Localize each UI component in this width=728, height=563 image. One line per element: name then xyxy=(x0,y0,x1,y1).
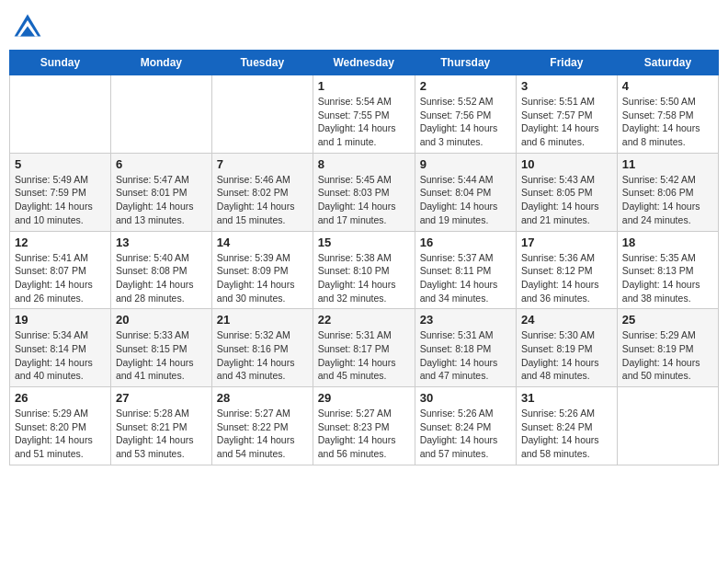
day-of-week-header: Friday xyxy=(516,51,617,75)
calendar-cell: 9Sunrise: 5:44 AM Sunset: 8:04 PM Daylig… xyxy=(415,153,516,231)
day-of-week-header: Monday xyxy=(110,51,211,75)
day-info: Sunrise: 5:50 AM Sunset: 7:58 PM Dayligh… xyxy=(622,95,713,149)
day-number: 5 xyxy=(15,157,106,171)
calendar-cell: 5Sunrise: 5:49 AM Sunset: 7:59 PM Daylig… xyxy=(10,153,111,231)
day-info: Sunrise: 5:38 AM Sunset: 8:10 PM Dayligh… xyxy=(318,251,410,305)
day-of-week-header: Thursday xyxy=(415,51,516,75)
day-number: 26 xyxy=(15,391,106,405)
day-info: Sunrise: 5:54 AM Sunset: 7:55 PM Dayligh… xyxy=(318,95,410,149)
day-info: Sunrise: 5:52 AM Sunset: 7:56 PM Dayligh… xyxy=(420,95,511,149)
day-info: Sunrise: 5:27 AM Sunset: 8:23 PM Dayligh… xyxy=(318,407,410,461)
calendar-cell: 26Sunrise: 5:29 AM Sunset: 8:20 PM Dayli… xyxy=(10,387,111,465)
calendar-cell xyxy=(617,387,718,465)
day-info: Sunrise: 5:44 AM Sunset: 8:04 PM Dayligh… xyxy=(420,173,511,227)
logo xyxy=(13,13,46,42)
day-number: 3 xyxy=(521,79,612,93)
calendar-table: SundayMondayTuesdayWednesdayThursdayFrid… xyxy=(9,50,719,465)
calendar-cell: 4Sunrise: 5:50 AM Sunset: 7:58 PM Daylig… xyxy=(617,75,718,154)
calendar-cell: 29Sunrise: 5:27 AM Sunset: 8:23 PM Dayli… xyxy=(313,387,415,465)
calendar-cell: 14Sunrise: 5:39 AM Sunset: 8:09 PM Dayli… xyxy=(211,231,313,309)
calendar-cell: 15Sunrise: 5:38 AM Sunset: 8:10 PM Dayli… xyxy=(313,231,415,309)
calendar-cell: 23Sunrise: 5:31 AM Sunset: 8:18 PM Dayli… xyxy=(415,309,516,387)
calendar-cell: 11Sunrise: 5:42 AM Sunset: 8:06 PM Dayli… xyxy=(617,153,718,231)
day-info: Sunrise: 5:33 AM Sunset: 8:15 PM Dayligh… xyxy=(116,328,207,383)
day-info: Sunrise: 5:43 AM Sunset: 8:05 PM Dayligh… xyxy=(521,173,612,227)
calendar-week-row: 26Sunrise: 5:29 AM Sunset: 8:20 PM Dayli… xyxy=(10,387,719,465)
day-number: 28 xyxy=(217,391,308,405)
day-info: Sunrise: 5:32 AM Sunset: 8:16 PM Dayligh… xyxy=(217,328,308,383)
day-of-week-header: Sunday xyxy=(10,51,111,75)
calendar-cell: 18Sunrise: 5:35 AM Sunset: 8:13 PM Dayli… xyxy=(617,231,718,309)
day-number: 14 xyxy=(217,236,308,249)
day-number: 23 xyxy=(420,313,511,327)
calendar-body: 1Sunrise: 5:54 AM Sunset: 7:55 PM Daylig… xyxy=(10,75,719,465)
day-number: 10 xyxy=(521,157,612,171)
calendar-cell: 17Sunrise: 5:36 AM Sunset: 8:12 PM Dayli… xyxy=(516,231,617,309)
day-number: 27 xyxy=(116,391,207,405)
day-number: 6 xyxy=(116,157,207,171)
calendar-cell: 7Sunrise: 5:46 AM Sunset: 8:02 PM Daylig… xyxy=(211,153,313,231)
calendar-cell: 19Sunrise: 5:34 AM Sunset: 8:14 PM Dayli… xyxy=(10,309,111,387)
day-number: 30 xyxy=(420,391,511,405)
day-info: Sunrise: 5:46 AM Sunset: 8:02 PM Dayligh… xyxy=(217,173,308,227)
day-number: 16 xyxy=(420,236,511,249)
calendar-cell: 25Sunrise: 5:29 AM Sunset: 8:19 PM Dayli… xyxy=(617,309,718,387)
day-number: 20 xyxy=(116,313,207,327)
day-info: Sunrise: 5:31 AM Sunset: 8:18 PM Dayligh… xyxy=(420,328,511,383)
calendar-cell: 6Sunrise: 5:47 AM Sunset: 8:01 PM Daylig… xyxy=(110,153,211,231)
day-info: Sunrise: 5:36 AM Sunset: 8:12 PM Dayligh… xyxy=(521,251,612,305)
day-info: Sunrise: 5:45 AM Sunset: 8:03 PM Dayligh… xyxy=(318,173,410,227)
day-info: Sunrise: 5:51 AM Sunset: 7:57 PM Dayligh… xyxy=(521,95,612,149)
day-of-week-header: Tuesday xyxy=(211,51,313,75)
day-number: 18 xyxy=(622,236,713,249)
day-info: Sunrise: 5:29 AM Sunset: 8:19 PM Dayligh… xyxy=(622,328,713,383)
calendar-week-row: 19Sunrise: 5:34 AM Sunset: 8:14 PM Dayli… xyxy=(10,309,719,387)
day-number: 19 xyxy=(15,313,106,327)
calendar-cell: 13Sunrise: 5:40 AM Sunset: 8:08 PM Dayli… xyxy=(110,231,211,309)
day-info: Sunrise: 5:42 AM Sunset: 8:06 PM Dayligh… xyxy=(622,173,713,227)
logo-icon xyxy=(13,13,42,42)
day-info: Sunrise: 5:34 AM Sunset: 8:14 PM Dayligh… xyxy=(15,328,106,383)
day-number: 8 xyxy=(318,157,410,171)
calendar-cell: 31Sunrise: 5:26 AM Sunset: 8:24 PM Dayli… xyxy=(516,387,617,465)
day-info: Sunrise: 5:37 AM Sunset: 8:11 PM Dayligh… xyxy=(420,251,511,305)
calendar-cell: 1Sunrise: 5:54 AM Sunset: 7:55 PM Daylig… xyxy=(313,75,415,154)
day-number: 1 xyxy=(318,79,410,93)
day-number: 22 xyxy=(318,313,410,327)
day-number: 9 xyxy=(420,157,511,171)
day-number: 17 xyxy=(521,236,612,249)
day-number: 25 xyxy=(622,313,713,327)
calendar-cell: 27Sunrise: 5:28 AM Sunset: 8:21 PM Dayli… xyxy=(110,387,211,465)
calendar-cell: 24Sunrise: 5:30 AM Sunset: 8:19 PM Dayli… xyxy=(516,309,617,387)
calendar-week-row: 5Sunrise: 5:49 AM Sunset: 7:59 PM Daylig… xyxy=(10,153,719,231)
day-info: Sunrise: 5:27 AM Sunset: 8:22 PM Dayligh… xyxy=(217,407,308,461)
day-info: Sunrise: 5:30 AM Sunset: 8:19 PM Dayligh… xyxy=(521,328,612,383)
day-of-week-header: Saturday xyxy=(617,51,718,75)
day-info: Sunrise: 5:26 AM Sunset: 8:24 PM Dayligh… xyxy=(420,407,511,461)
calendar-cell: 2Sunrise: 5:52 AM Sunset: 7:56 PM Daylig… xyxy=(415,75,516,154)
day-number: 12 xyxy=(15,236,106,249)
day-number: 4 xyxy=(622,79,713,93)
day-info: Sunrise: 5:26 AM Sunset: 8:24 PM Dayligh… xyxy=(521,407,612,461)
calendar-cell: 12Sunrise: 5:41 AM Sunset: 8:07 PM Dayli… xyxy=(10,231,111,309)
day-number: 11 xyxy=(622,157,713,171)
day-number: 15 xyxy=(318,236,410,249)
day-number: 21 xyxy=(217,313,308,327)
calendar-cell: 22Sunrise: 5:31 AM Sunset: 8:17 PM Dayli… xyxy=(313,309,415,387)
calendar-week-row: 1Sunrise: 5:54 AM Sunset: 7:55 PM Daylig… xyxy=(10,75,719,154)
calendar-week-row: 12Sunrise: 5:41 AM Sunset: 8:07 PM Dayli… xyxy=(10,231,719,309)
day-info: Sunrise: 5:39 AM Sunset: 8:09 PM Dayligh… xyxy=(217,251,308,305)
day-number: 7 xyxy=(217,157,308,171)
day-info: Sunrise: 5:28 AM Sunset: 8:21 PM Dayligh… xyxy=(116,407,207,461)
calendar-cell: 21Sunrise: 5:32 AM Sunset: 8:16 PM Dayli… xyxy=(211,309,313,387)
day-number: 29 xyxy=(318,391,410,405)
day-number: 31 xyxy=(521,391,612,405)
day-info: Sunrise: 5:41 AM Sunset: 8:07 PM Dayligh… xyxy=(15,251,106,305)
day-number: 24 xyxy=(521,313,612,327)
calendar-cell: 3Sunrise: 5:51 AM Sunset: 7:57 PM Daylig… xyxy=(516,75,617,154)
calendar-cell xyxy=(211,75,313,154)
day-info: Sunrise: 5:49 AM Sunset: 7:59 PM Dayligh… xyxy=(15,173,106,227)
day-info: Sunrise: 5:47 AM Sunset: 8:01 PM Dayligh… xyxy=(116,173,207,227)
day-of-week-header: Wednesday xyxy=(313,51,415,75)
page-header xyxy=(9,9,719,42)
